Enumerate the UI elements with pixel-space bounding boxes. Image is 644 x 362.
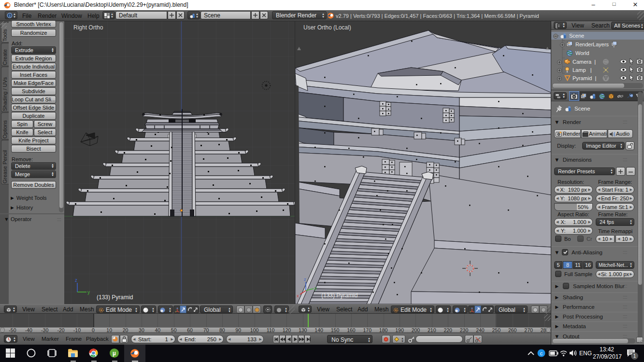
svg-text:z: z [304, 277, 306, 282]
svg-text:User Ortho (Local): User Ortho (Local) [303, 24, 351, 31]
svg-text:Right Ortho: Right Ortho [73, 24, 103, 31]
svg-text:µ: µ [113, 350, 116, 357]
svg-text:(133) Pyramid: (133) Pyramid [321, 292, 358, 299]
svg-text:y: y [315, 286, 317, 291]
svg-text:c: c [540, 350, 543, 356]
svg-text:y: y [87, 290, 90, 295]
svg-text:x: x [297, 293, 299, 298]
svg-text:z: z [75, 278, 77, 283]
svg-text:(133) Pyramid: (133) Pyramid [97, 294, 133, 301]
